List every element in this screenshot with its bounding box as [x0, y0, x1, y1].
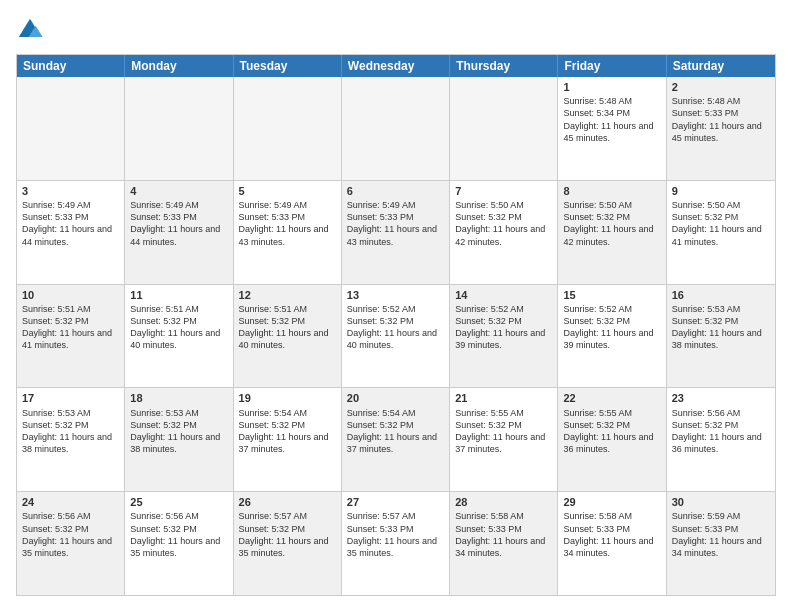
- calendar-day-cell: 4Sunrise: 5:49 AM Sunset: 5:33 PM Daylig…: [125, 181, 233, 284]
- calendar-day-cell: 21Sunrise: 5:55 AM Sunset: 5:32 PM Dayli…: [450, 388, 558, 491]
- calendar-header-row: SundayMondayTuesdayWednesdayThursdayFrid…: [17, 55, 775, 77]
- calendar: SundayMondayTuesdayWednesdayThursdayFrid…: [16, 54, 776, 596]
- day-info: Sunrise: 5:54 AM Sunset: 5:32 PM Dayligh…: [239, 407, 336, 456]
- calendar-day-cell: [17, 77, 125, 180]
- calendar-header-cell: Friday: [558, 55, 666, 77]
- day-info: Sunrise: 5:49 AM Sunset: 5:33 PM Dayligh…: [347, 199, 444, 248]
- calendar-day-cell: 13Sunrise: 5:52 AM Sunset: 5:32 PM Dayli…: [342, 285, 450, 388]
- calendar-day-cell: 28Sunrise: 5:58 AM Sunset: 5:33 PM Dayli…: [450, 492, 558, 595]
- day-number: 14: [455, 288, 552, 302]
- page: SundayMondayTuesdayWednesdayThursdayFrid…: [0, 0, 792, 612]
- calendar-day-cell: 20Sunrise: 5:54 AM Sunset: 5:32 PM Dayli…: [342, 388, 450, 491]
- calendar-day-cell: 3Sunrise: 5:49 AM Sunset: 5:33 PM Daylig…: [17, 181, 125, 284]
- calendar-day-cell: 30Sunrise: 5:59 AM Sunset: 5:33 PM Dayli…: [667, 492, 775, 595]
- day-number: 2: [672, 80, 770, 94]
- calendar-day-cell: 26Sunrise: 5:57 AM Sunset: 5:32 PM Dayli…: [234, 492, 342, 595]
- day-info: Sunrise: 5:52 AM Sunset: 5:32 PM Dayligh…: [347, 303, 444, 352]
- calendar-day-cell: 23Sunrise: 5:56 AM Sunset: 5:32 PM Dayli…: [667, 388, 775, 491]
- calendar-day-cell: 15Sunrise: 5:52 AM Sunset: 5:32 PM Dayli…: [558, 285, 666, 388]
- day-number: 4: [130, 184, 227, 198]
- calendar-day-cell: 16Sunrise: 5:53 AM Sunset: 5:32 PM Dayli…: [667, 285, 775, 388]
- day-info: Sunrise: 5:49 AM Sunset: 5:33 PM Dayligh…: [130, 199, 227, 248]
- calendar-body: 1Sunrise: 5:48 AM Sunset: 5:34 PM Daylig…: [17, 77, 775, 595]
- day-info: Sunrise: 5:58 AM Sunset: 5:33 PM Dayligh…: [563, 510, 660, 559]
- day-info: Sunrise: 5:56 AM Sunset: 5:32 PM Dayligh…: [130, 510, 227, 559]
- day-info: Sunrise: 5:56 AM Sunset: 5:32 PM Dayligh…: [672, 407, 770, 456]
- calendar-day-cell: 2Sunrise: 5:48 AM Sunset: 5:33 PM Daylig…: [667, 77, 775, 180]
- day-info: Sunrise: 5:53 AM Sunset: 5:32 PM Dayligh…: [130, 407, 227, 456]
- day-info: Sunrise: 5:49 AM Sunset: 5:33 PM Dayligh…: [239, 199, 336, 248]
- logo: [16, 16, 48, 44]
- day-info: Sunrise: 5:55 AM Sunset: 5:32 PM Dayligh…: [455, 407, 552, 456]
- calendar-day-cell: 8Sunrise: 5:50 AM Sunset: 5:32 PM Daylig…: [558, 181, 666, 284]
- calendar-week-row: 17Sunrise: 5:53 AM Sunset: 5:32 PM Dayli…: [17, 388, 775, 492]
- day-number: 30: [672, 495, 770, 509]
- calendar-week-row: 24Sunrise: 5:56 AM Sunset: 5:32 PM Dayli…: [17, 492, 775, 595]
- day-number: 26: [239, 495, 336, 509]
- calendar-day-cell: 6Sunrise: 5:49 AM Sunset: 5:33 PM Daylig…: [342, 181, 450, 284]
- calendar-day-cell: [342, 77, 450, 180]
- calendar-day-cell: 17Sunrise: 5:53 AM Sunset: 5:32 PM Dayli…: [17, 388, 125, 491]
- calendar-week-row: 1Sunrise: 5:48 AM Sunset: 5:34 PM Daylig…: [17, 77, 775, 181]
- calendar-day-cell: 19Sunrise: 5:54 AM Sunset: 5:32 PM Dayli…: [234, 388, 342, 491]
- day-number: 16: [672, 288, 770, 302]
- day-number: 8: [563, 184, 660, 198]
- day-number: 1: [563, 80, 660, 94]
- day-info: Sunrise: 5:53 AM Sunset: 5:32 PM Dayligh…: [22, 407, 119, 456]
- logo-icon: [16, 16, 44, 44]
- calendar-day-cell: 7Sunrise: 5:50 AM Sunset: 5:32 PM Daylig…: [450, 181, 558, 284]
- day-number: 3: [22, 184, 119, 198]
- day-number: 10: [22, 288, 119, 302]
- day-number: 22: [563, 391, 660, 405]
- calendar-day-cell: 22Sunrise: 5:55 AM Sunset: 5:32 PM Dayli…: [558, 388, 666, 491]
- calendar-day-cell: 27Sunrise: 5:57 AM Sunset: 5:33 PM Dayli…: [342, 492, 450, 595]
- day-info: Sunrise: 5:54 AM Sunset: 5:32 PM Dayligh…: [347, 407, 444, 456]
- day-info: Sunrise: 5:50 AM Sunset: 5:32 PM Dayligh…: [455, 199, 552, 248]
- calendar-day-cell: 29Sunrise: 5:58 AM Sunset: 5:33 PM Dayli…: [558, 492, 666, 595]
- day-number: 5: [239, 184, 336, 198]
- calendar-day-cell: [450, 77, 558, 180]
- calendar-week-row: 10Sunrise: 5:51 AM Sunset: 5:32 PM Dayli…: [17, 285, 775, 389]
- day-number: 28: [455, 495, 552, 509]
- calendar-header-cell: Wednesday: [342, 55, 450, 77]
- day-number: 7: [455, 184, 552, 198]
- day-info: Sunrise: 5:52 AM Sunset: 5:32 PM Dayligh…: [455, 303, 552, 352]
- day-number: 12: [239, 288, 336, 302]
- day-number: 11: [130, 288, 227, 302]
- calendar-day-cell: 5Sunrise: 5:49 AM Sunset: 5:33 PM Daylig…: [234, 181, 342, 284]
- day-info: Sunrise: 5:51 AM Sunset: 5:32 PM Dayligh…: [239, 303, 336, 352]
- day-info: Sunrise: 5:57 AM Sunset: 5:33 PM Dayligh…: [347, 510, 444, 559]
- day-number: 24: [22, 495, 119, 509]
- day-info: Sunrise: 5:51 AM Sunset: 5:32 PM Dayligh…: [130, 303, 227, 352]
- calendar-header-cell: Monday: [125, 55, 233, 77]
- calendar-day-cell: 25Sunrise: 5:56 AM Sunset: 5:32 PM Dayli…: [125, 492, 233, 595]
- day-number: 20: [347, 391, 444, 405]
- day-number: 13: [347, 288, 444, 302]
- calendar-header-cell: Tuesday: [234, 55, 342, 77]
- day-info: Sunrise: 5:50 AM Sunset: 5:32 PM Dayligh…: [672, 199, 770, 248]
- day-info: Sunrise: 5:48 AM Sunset: 5:34 PM Dayligh…: [563, 95, 660, 144]
- day-number: 15: [563, 288, 660, 302]
- calendar-day-cell: 10Sunrise: 5:51 AM Sunset: 5:32 PM Dayli…: [17, 285, 125, 388]
- day-number: 29: [563, 495, 660, 509]
- header: [16, 16, 776, 44]
- day-number: 19: [239, 391, 336, 405]
- calendar-day-cell: 14Sunrise: 5:52 AM Sunset: 5:32 PM Dayli…: [450, 285, 558, 388]
- calendar-day-cell: 11Sunrise: 5:51 AM Sunset: 5:32 PM Dayli…: [125, 285, 233, 388]
- day-number: 21: [455, 391, 552, 405]
- calendar-day-cell: 1Sunrise: 5:48 AM Sunset: 5:34 PM Daylig…: [558, 77, 666, 180]
- calendar-day-cell: 18Sunrise: 5:53 AM Sunset: 5:32 PM Dayli…: [125, 388, 233, 491]
- calendar-day-cell: 12Sunrise: 5:51 AM Sunset: 5:32 PM Dayli…: [234, 285, 342, 388]
- calendar-day-cell: 9Sunrise: 5:50 AM Sunset: 5:32 PM Daylig…: [667, 181, 775, 284]
- day-number: 25: [130, 495, 227, 509]
- day-info: Sunrise: 5:52 AM Sunset: 5:32 PM Dayligh…: [563, 303, 660, 352]
- day-info: Sunrise: 5:57 AM Sunset: 5:32 PM Dayligh…: [239, 510, 336, 559]
- day-number: 18: [130, 391, 227, 405]
- day-number: 9: [672, 184, 770, 198]
- day-info: Sunrise: 5:48 AM Sunset: 5:33 PM Dayligh…: [672, 95, 770, 144]
- day-info: Sunrise: 5:49 AM Sunset: 5:33 PM Dayligh…: [22, 199, 119, 248]
- calendar-day-cell: 24Sunrise: 5:56 AM Sunset: 5:32 PM Dayli…: [17, 492, 125, 595]
- day-info: Sunrise: 5:58 AM Sunset: 5:33 PM Dayligh…: [455, 510, 552, 559]
- day-info: Sunrise: 5:59 AM Sunset: 5:33 PM Dayligh…: [672, 510, 770, 559]
- calendar-header-cell: Sunday: [17, 55, 125, 77]
